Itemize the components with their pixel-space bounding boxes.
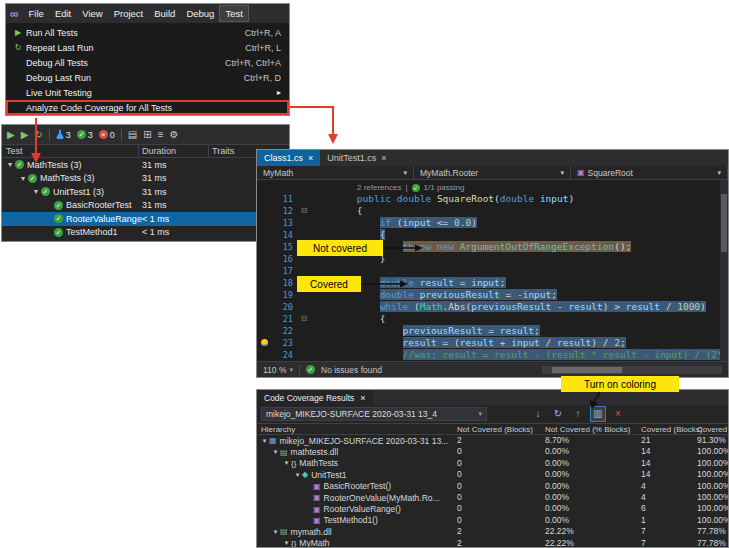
code-line-22[interactable]: 22 previousResult = result; <box>257 325 728 337</box>
expander-icon[interactable]: ▾ <box>31 187 41 196</box>
code-line-13[interactable]: 13 if (input <= 0.0) <box>257 217 728 229</box>
codelens[interactable]: 2 references | ✓ 1/1 passing <box>257 182 728 193</box>
codelens-passing[interactable]: 1/1 passing <box>424 183 465 192</box>
run-tests-icon[interactable]: ▶ <box>21 130 29 140</box>
assembly-icon: ▤ <box>280 448 288 457</box>
test-explorer-toolbar: ▶▶↻3✓3×0▤⊞≡⚙ <box>2 125 289 145</box>
column-header-test[interactable]: Test <box>6 146 23 156</box>
run-all-tests-icon[interactable]: ▶ <box>7 130 15 140</box>
coverage-row-mathtests[interactable]: ▾{}MathTests00.00%14100.00% <box>257 458 728 469</box>
import-results-icon[interactable]: ↓ <box>531 407 545 421</box>
hierarchy-icon[interactable]: ≡ <box>158 130 164 140</box>
expander-icon[interactable]: ▾ <box>260 437 269 445</box>
editor-tab-class1-cs[interactable]: Class1.cs× <box>257 150 320 166</box>
code-line-20[interactable]: 20 while (Math.Abs(previousResult - resu… <box>257 301 728 313</box>
close-icon[interactable]: × <box>381 153 386 163</box>
menu-item-repeat-last-run[interactable]: ↻Repeat Last RunCtrl+R, L <box>6 40 289 55</box>
menubar-item-build[interactable]: Build <box>149 6 180 21</box>
menubar-item-edit[interactable]: Edit <box>50 6 76 21</box>
expander-icon[interactable]: ▾ <box>293 471 302 479</box>
coverage-cell-nc_blocks: 2 <box>457 435 462 446</box>
coverage-row-unittest1[interactable]: ▾◆UnitTest100.00%14100.00% <box>257 469 728 480</box>
refresh-results-icon[interactable]: ↻ <box>551 407 565 421</box>
code-area[interactable]: 2 references | ✓ 1/1 passing 11 public d… <box>257 180 728 361</box>
column-divider[interactable] <box>138 145 139 157</box>
coverage-cell-nc_pct: 22.22% <box>545 538 574 548</box>
scrollbar-thumb[interactable] <box>552 367 622 373</box>
expander-icon[interactable]: ▾ <box>18 174 28 183</box>
coverage-row-mikejo-mikejo-surface-2020-03-31-13[interactable]: ▾▦mikejo_MIKEJO-SURFACE 2020-03-31 13...… <box>257 435 728 446</box>
coverage-run-selector[interactable]: mikejo_MIKEJO-SURFACE 2020-03-31 13_4 ▾ <box>261 407 487 421</box>
settings-gear-icon[interactable]: ⚙ <box>170 130 179 140</box>
menu-item-live-unit-testing[interactable]: Live Unit Testing▸ <box>6 85 289 100</box>
horizontal-scrollbar[interactable] <box>542 366 722 374</box>
column-header-not-covered-blocks[interactable]: Not Covered (Blocks) <box>457 425 533 434</box>
codelens-references[interactable]: 2 references <box>357 183 401 192</box>
menu-item-debug-all-tests[interactable]: Debug All TestsCtrl+R, Ctrl+A <box>6 55 289 70</box>
playlist-icon[interactable]: ▤ <box>128 130 137 140</box>
test-row-mathtests-3[interactable]: ▾✓MathTests (3)31 ms <box>2 172 289 186</box>
menubar-item-view[interactable]: View <box>77 6 107 21</box>
coverage-row-rootervaluerange[interactable]: ▣RooterValueRange()00.00%6100.00% <box>257 503 728 514</box>
test-row-rootervaluerange[interactable]: ✓RooterValueRange< 1 ms <box>2 212 289 226</box>
annotation-arrow-menu-to-editor <box>290 107 333 135</box>
menubar-item-file[interactable]: File <box>24 6 49 21</box>
coverage-row-mathtests-dll[interactable]: ▾▤mathtests.dll00.00%14100.00% <box>257 446 728 457</box>
show-coloring-icon[interactable]: ▥ <box>591 407 605 421</box>
navbar-mymath[interactable]: MyMath▾ <box>257 166 414 179</box>
editor-tab-unittest1-cs[interactable]: UnitTest1.cs× <box>320 150 393 166</box>
column-header-traits[interactable]: Traits <box>212 146 234 156</box>
menubar-item-test[interactable]: Test <box>220 6 247 21</box>
export-results-icon[interactable]: ↑ <box>571 407 585 421</box>
coverage-row-mymath-dll[interactable]: ▾▤mymath.dll222.22%777.78% <box>257 526 728 537</box>
column-header-covered[interactable]: Covered (% <box>697 425 729 434</box>
passed-tests-badge[interactable]: ✓3 <box>77 130 93 140</box>
callout-turn-on-coloring: Turn on coloring <box>561 376 679 392</box>
coverage-cell-nc_blocks: 0 <box>457 503 462 514</box>
test-row-unittest1-3[interactable]: ▾✓UnitTest1 (3)31 ms <box>2 185 289 199</box>
code-line-11[interactable]: 11 public double SquareRoot(double input… <box>257 193 728 205</box>
column-header-hierarchy[interactable]: Hierarchy <box>261 425 295 434</box>
expander-icon[interactable]: ▾ <box>282 539 291 547</box>
editor-navbar: MyMath▾MyMath.Rooter▾▣SquareRoot▾ <box>257 166 728 180</box>
vertical-scrollbar[interactable] <box>720 180 728 361</box>
scrollbar-thumb[interactable] <box>721 194 727 252</box>
code-line-12[interactable]: 12⊟ { <box>257 205 728 217</box>
group-by-icon[interactable]: ⊞ <box>143 130 151 140</box>
coverage-row-mymath[interactable]: ▾{}MyMath222.22%777.78% <box>257 538 728 548</box>
expander-icon[interactable]: ▾ <box>271 528 280 536</box>
column-header-not-covered-blocks[interactable]: Not Covered (% Blocks) <box>545 425 630 434</box>
navbar-squareroot[interactable]: ▣SquareRoot▾ <box>571 166 728 179</box>
column-header-covered-blocks[interactable]: Covered (Blocks) <box>641 425 702 434</box>
repeat-last-run-icon[interactable]: ↻ <box>34 130 42 140</box>
test-row-mathtests-3[interactable]: ▾✓MathTests (3)31 ms <box>2 158 289 172</box>
close-icon[interactable]: × <box>360 393 365 403</box>
test-row-basicrootertest[interactable]: ✓BasicRooterTest31 ms <box>2 199 289 213</box>
test-row-testmethod1[interactable]: ✓TestMethod1< 1 ms <box>2 226 289 240</box>
navbar-mymath-rooter[interactable]: MyMath.Rooter▾ <box>414 166 571 179</box>
total-tests-badge[interactable]: 3 <box>56 130 71 140</box>
close-results-icon[interactable]: × <box>611 407 625 421</box>
line-number: 13 <box>271 217 297 229</box>
coverage-row-basicrootertest[interactable]: ▣BasicRooterTest()00.00%4100.00% <box>257 481 728 492</box>
tab-code-coverage-results[interactable]: Code Coverage Results × <box>257 390 373 405</box>
column-divider[interactable] <box>208 145 209 157</box>
column-header-duration[interactable]: Duration <box>142 146 176 156</box>
zoom-control[interactable]: 110 % ▾ <box>263 365 300 375</box>
menu-item-debug-last-run[interactable]: Debug Last RunCtrl+R, D <box>6 70 289 85</box>
code-line-24[interactable]: 24 //was: result = result - (result * re… <box>257 349 728 361</box>
coverage-row-rooteronevalue-mymath-ro[interactable]: ▣RooterOneValue(MyMath.Ro...00.00%4100.0… <box>257 492 728 503</box>
menu-item-run-all-tests[interactable]: ▶Run All TestsCtrl+R, A <box>6 25 289 40</box>
code-line-21[interactable]: 21⊟ { <box>257 313 728 325</box>
menubar-item-debug[interactable]: Debug <box>181 6 219 21</box>
close-icon[interactable]: × <box>308 153 313 163</box>
coverage-cell-c_blocks: 6 <box>641 503 646 514</box>
expander-icon[interactable]: ▾ <box>282 459 291 467</box>
expander-icon[interactable]: ▾ <box>5 160 15 169</box>
coverage-row-testmethod1[interactable]: ▣TestMethod1()00.00%1100.00% <box>257 515 728 526</box>
menubar-item-project[interactable]: Project <box>109 6 149 21</box>
menu-item-analyze-code-coverage-for-all-tests[interactable]: Analyze Code Coverage for All Tests <box>6 100 289 115</box>
expander-icon[interactable]: ▾ <box>271 448 280 456</box>
failed-tests-badge[interactable]: ×0 <box>99 130 115 140</box>
code-line-23[interactable]: 23 result = (result + input / result) / … <box>257 337 728 349</box>
